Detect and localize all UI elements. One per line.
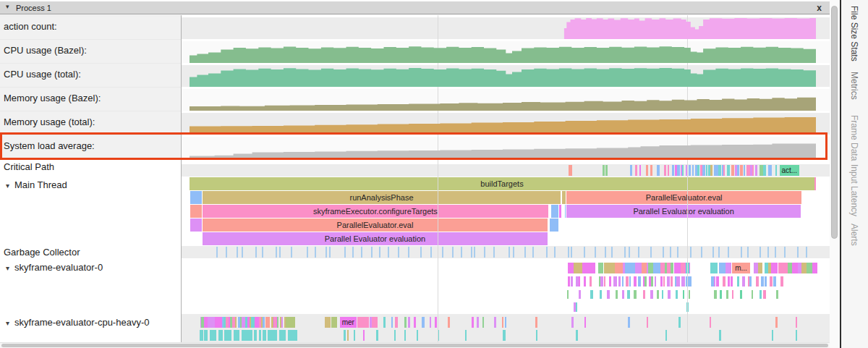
trace-event-bar[interactable] xyxy=(719,330,721,341)
trace-event-bar[interactable] xyxy=(718,165,721,176)
trace-event-bar[interactable] xyxy=(398,247,399,258)
trace-event-bar[interactable] xyxy=(352,247,354,258)
trace-event-bar[interactable] xyxy=(417,330,418,341)
trace-event-bar[interactable] xyxy=(607,290,610,299)
cpu-heavy-track-row1[interactable]: mer xyxy=(182,316,830,328)
trace-event-bar[interactable] xyxy=(668,290,671,299)
trace-event-bar[interactable] xyxy=(712,263,717,273)
trace-event-bar[interactable] xyxy=(662,290,663,299)
main-thread-track[interactable]: buildTargetsrunAnalysisPhaseParallelEval… xyxy=(190,177,816,246)
trace-event-bar[interactable] xyxy=(315,247,316,258)
trace-event-bar[interactable] xyxy=(727,165,730,176)
trace-event-bar[interactable] xyxy=(484,247,485,258)
trace-event-bar[interactable] xyxy=(689,165,691,176)
trace-event-bar[interactable] xyxy=(655,276,656,287)
trace-event-bar[interactable] xyxy=(628,317,630,328)
trace-event-bar[interactable] xyxy=(595,247,596,258)
collapse-process-icon[interactable]: ▾ xyxy=(6,3,9,10)
trace-event-bar[interactable] xyxy=(720,290,722,299)
trace-event-bar[interactable] xyxy=(650,165,652,176)
trace-event-bar[interactable] xyxy=(611,247,613,258)
trace-event-bar[interactable] xyxy=(361,247,362,258)
trace-event-bar[interactable] xyxy=(615,263,623,273)
trace-event-bar[interactable] xyxy=(678,317,681,328)
trace-event-bar[interactable] xyxy=(737,165,739,176)
span-fragment[interactable] xyxy=(565,205,566,218)
trace-event-bar[interactable] xyxy=(598,263,603,273)
trace-event-bar[interactable] xyxy=(477,317,479,328)
trace-event-bar[interactable] xyxy=(379,247,380,258)
horizontal-scrollbar[interactable] xyxy=(0,342,830,348)
thread-cpu-heavy[interactable]: ▾skyframe-evaluator-cpu-heavy-0 xyxy=(6,317,149,328)
trace-event-bar[interactable] xyxy=(755,165,757,176)
trace-event-bar[interactable] xyxy=(237,330,239,341)
trace-event-bar[interactable] xyxy=(772,330,773,341)
trace-event-bar[interactable] xyxy=(744,165,745,176)
trace-event-bar[interactable] xyxy=(546,247,548,258)
trace-event-bar[interactable] xyxy=(461,247,462,258)
trace-event-bar[interactable] xyxy=(442,247,443,258)
trace-event-bar[interactable] xyxy=(394,330,396,341)
trace-event-bar[interactable] xyxy=(644,276,647,287)
trace-event-bar[interactable] xyxy=(714,276,715,287)
trace-event-bar[interactable] xyxy=(388,247,389,258)
trace-event-bar[interactable] xyxy=(651,276,653,287)
trace-event-bar[interactable] xyxy=(568,247,569,258)
trace-event-bar[interactable] xyxy=(329,247,331,258)
trace-event-bar[interactable] xyxy=(391,317,393,328)
trace-event-bar[interactable] xyxy=(771,263,778,273)
trace-event-bar[interactable] xyxy=(571,317,574,328)
trace-event-bar[interactable] xyxy=(775,247,776,258)
trace-event-bar[interactable] xyxy=(646,165,648,176)
trace-event-bar[interactable] xyxy=(237,247,238,258)
trace-event-block[interactable] xyxy=(286,317,295,328)
trace-event-bar[interactable] xyxy=(760,290,762,299)
trace-event-bar[interactable] xyxy=(697,165,699,176)
cpu-total-chart[interactable] xyxy=(182,65,830,87)
trace-event-bar[interactable] xyxy=(493,247,495,258)
trace-event-bar[interactable] xyxy=(812,263,817,273)
span-fragment[interactable] xyxy=(550,218,558,232)
trace-event-bar[interactable] xyxy=(263,317,265,328)
trace-event-bar[interactable] xyxy=(702,165,705,176)
trace-event-bar[interactable] xyxy=(326,247,327,258)
trace-event-bar[interactable] xyxy=(494,317,496,328)
trace-event-bar[interactable] xyxy=(235,317,237,328)
trace-event-bar[interactable] xyxy=(590,276,592,287)
trace-event-bar[interactable] xyxy=(728,247,729,258)
tab-frame-data[interactable]: Frame Data xyxy=(849,115,859,161)
span-fragment[interactable] xyxy=(562,191,566,204)
tab-alerts[interactable]: Alerts xyxy=(849,224,859,246)
trace-event-bar[interactable] xyxy=(474,247,475,258)
trace-event-bar[interactable] xyxy=(605,165,608,176)
trace-event-bar[interactable] xyxy=(763,165,766,176)
trace-event-bar[interactable] xyxy=(250,330,252,341)
trace-event-bar[interactable] xyxy=(775,317,778,328)
trace-event-bar[interactable] xyxy=(682,165,684,176)
trace-event-bar[interactable] xyxy=(465,330,467,341)
trace-event-bar[interactable] xyxy=(502,317,503,328)
cpu-bazel-chart[interactable] xyxy=(182,41,830,63)
trace-event-bar[interactable] xyxy=(524,247,526,258)
trace-event-bar[interactable] xyxy=(737,276,739,287)
trace-event-bar[interactable] xyxy=(657,165,660,176)
trace-event-bar[interactable] xyxy=(688,276,692,287)
span-buildtargets[interactable]: buildTargets xyxy=(190,177,814,190)
trace-event-bar[interactable] xyxy=(741,247,742,258)
trace-event-bar[interactable] xyxy=(767,247,769,258)
trace-event-bar[interactable] xyxy=(689,290,690,299)
action-count-chart[interactable] xyxy=(182,17,830,39)
trace-event-bar[interactable] xyxy=(650,290,653,299)
trace-event-bar[interactable] xyxy=(760,247,761,258)
trace-event-bar[interactable] xyxy=(590,290,593,299)
trace-event-bar[interactable] xyxy=(363,330,365,341)
trace-event-bar[interactable] xyxy=(665,330,667,341)
vertical-scrollbar[interactable] xyxy=(830,0,840,348)
trace-event-bar[interactable] xyxy=(683,290,684,299)
span-parallel-evaluator-evaluation[interactable]: Parallel Evaluator evaluation xyxy=(566,205,801,218)
trace-event-bar[interactable] xyxy=(571,247,572,258)
trace-event-bar[interactable] xyxy=(536,330,537,341)
trace-event-bar[interactable] xyxy=(758,263,762,273)
trace-event-bar[interactable] xyxy=(642,263,647,273)
trace-event-bar[interactable] xyxy=(625,263,630,273)
